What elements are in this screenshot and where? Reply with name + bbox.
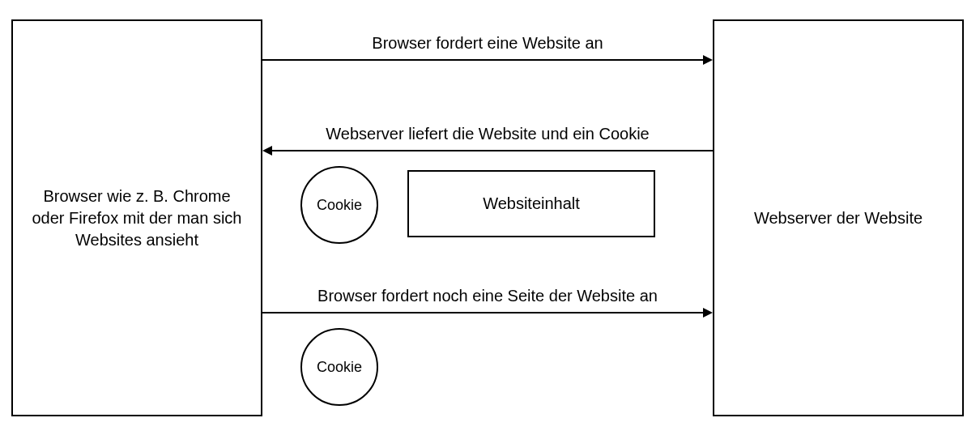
request2-cookie: Cookie [300,328,378,406]
server-label: Webserver der Website [754,207,922,229]
response-cookie-label: Cookie [317,197,362,214]
svg-marker-1 [703,55,713,65]
flow-request2-label: Browser fordert noch eine Seite der Webs… [262,285,713,306]
server-box: Webserver der Website [713,19,964,416]
response-cookie: Cookie [300,166,378,244]
arrow-request2 [262,305,713,321]
arrow-response [262,143,713,159]
request2-cookie-label: Cookie [317,359,362,376]
browser-box: Browser wie z. B. Chrome oder Firefox mi… [11,19,262,416]
diagram-stage: Browser wie z. B. Chrome oder Firefox mi… [0,0,980,435]
browser-label: Browser wie z. B. Chrome oder Firefox mi… [28,186,246,251]
arrow-request1 [262,52,713,68]
svg-marker-3 [262,146,272,156]
flow-request1-label: Browser fordert eine Website an [262,32,713,53]
response-content-label: Websiteinhalt [483,194,580,213]
flow-response-label: Webserver liefert die Website und ein Co… [262,123,713,144]
response-content-box: Websiteinhalt [407,170,655,237]
svg-marker-5 [703,308,713,318]
